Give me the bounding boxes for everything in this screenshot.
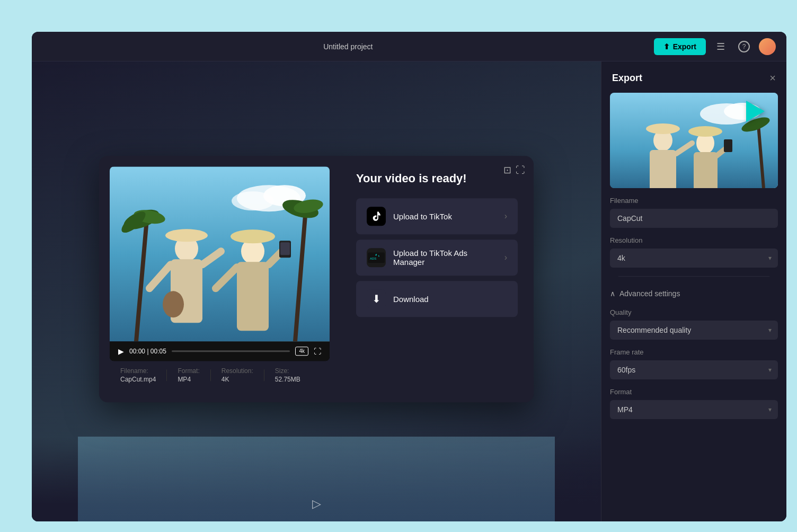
fullscreen-icon-button[interactable]: ⛶ bbox=[516, 164, 525, 176]
play-button[interactable]: ▶ bbox=[118, 347, 124, 356]
svg-point-18 bbox=[231, 229, 275, 243]
video-preview: ▶ 00:00 | 00:05 4k ⛶ bbox=[110, 166, 330, 361]
framerate-select-wrapper: 60fps 30fps 24fps ▾ bbox=[610, 360, 778, 379]
ready-title: Your video is ready! bbox=[356, 172, 518, 185]
cursor-arrow bbox=[746, 101, 765, 122]
meta-filename: Filename: CapCut.mp4 bbox=[120, 367, 156, 383]
tiktok-ads-icon: ADS bbox=[367, 248, 386, 267]
filename-label: Filename bbox=[610, 197, 778, 205]
editor-area: ▷ ⊡ ⛶ bbox=[32, 61, 601, 521]
quality-label: Quality bbox=[610, 308, 778, 316]
export-panel-title: Export bbox=[612, 73, 642, 84]
resolution-select[interactable]: 4k 2K 1080p 720p bbox=[610, 249, 778, 268]
app-title: Untitled project bbox=[42, 42, 654, 51]
framerate-label: Frame rate bbox=[610, 348, 778, 356]
chevron-up-icon: ∧ bbox=[610, 289, 615, 298]
fullscreen-icon: ⛶ bbox=[516, 165, 525, 175]
video-scene-svg bbox=[110, 166, 330, 341]
export-panel-header: Export × bbox=[601, 61, 786, 93]
download-button[interactable]: ⬇ Download bbox=[356, 281, 518, 317]
video-controls: ▶ 00:00 | 00:05 4k ⛶ bbox=[110, 341, 330, 361]
video-meta: Filename: CapCut.mp4 Format: MP4 Resolut… bbox=[110, 361, 330, 392]
svg-point-4 bbox=[232, 191, 274, 210]
meta-format: Format: MP4 bbox=[178, 367, 199, 383]
upload-tiktok-button[interactable]: Upload to TikTok › bbox=[356, 198, 518, 234]
user-avatar[interactable] bbox=[759, 38, 776, 55]
timeline-thumbnail: ▷ bbox=[32, 437, 601, 521]
main-content: ▷ ⊡ ⛶ bbox=[32, 61, 786, 521]
svg-text:ADS: ADS bbox=[370, 257, 376, 260]
upload-tiktok-ads-button[interactable]: ADS Upload to TikTok Ads Manager › bbox=[356, 240, 518, 276]
quality-badge: 4k bbox=[295, 347, 308, 356]
tiktok-arrow-icon: › bbox=[504, 211, 507, 221]
quality-select-wrapper: Recommended quality High quality Very hi… bbox=[610, 321, 778, 340]
export-panel: Export × bbox=[601, 61, 786, 521]
resolution-select-wrapper: 4k 2K 1080p 720p ▾ bbox=[610, 249, 778, 268]
export-upload-icon: ⬆ bbox=[663, 42, 670, 51]
modal-actions: Your video is ready! Upload to TikTok › bbox=[340, 156, 534, 402]
svg-point-33 bbox=[646, 123, 680, 134]
comment-icon: ⊡ bbox=[503, 165, 511, 175]
modal-header-icons: ⊡ ⛶ bbox=[503, 164, 525, 176]
app-window: Untitled project ⬆ Export ☰ ? bbox=[32, 32, 786, 521]
top-bar-actions: ⬆ Export ☰ ? bbox=[654, 38, 776, 55]
resolution-label: Resolution bbox=[610, 236, 778, 244]
download-icon: ⬇ bbox=[367, 289, 386, 308]
format-select[interactable]: MP4 MOV AVI GIF bbox=[610, 400, 778, 419]
export-close-button[interactable]: × bbox=[769, 72, 776, 84]
svg-rect-23 bbox=[280, 242, 290, 255]
framerate-select[interactable]: 60fps 30fps 24fps bbox=[610, 360, 778, 379]
advanced-settings-toggle[interactable]: ∧ Advanced settings bbox=[610, 285, 680, 302]
format-label: Format bbox=[610, 388, 778, 396]
help-icon: ? bbox=[738, 41, 750, 52]
layers-icon: ☰ bbox=[716, 41, 725, 52]
meta-size: Size: 52.75MB bbox=[275, 367, 300, 383]
filename-input[interactable] bbox=[610, 209, 778, 228]
progress-bar[interactable] bbox=[172, 350, 290, 352]
svg-rect-19 bbox=[237, 262, 269, 331]
format-select-wrapper: MP4 MOV AVI GIF ▾ bbox=[610, 400, 778, 419]
export-preview bbox=[610, 93, 778, 188]
svg-rect-40 bbox=[724, 139, 732, 152]
svg-point-13 bbox=[165, 229, 208, 242]
svg-point-24 bbox=[163, 291, 184, 317]
divider bbox=[618, 276, 769, 277]
top-bar: Untitled project ⬆ Export ☰ ? bbox=[32, 32, 786, 61]
svg-rect-34 bbox=[650, 150, 676, 188]
timeline-play-icon[interactable]: ▷ bbox=[312, 497, 321, 510]
comment-icon-button[interactable]: ⊡ bbox=[503, 164, 511, 176]
layers-icon-button[interactable]: ☰ bbox=[712, 38, 729, 55]
quality-select[interactable]: Recommended quality High quality Very hi… bbox=[610, 321, 778, 340]
svg-point-37 bbox=[688, 126, 722, 137]
video-fullscreen-button[interactable]: ⛶ bbox=[314, 347, 321, 356]
tiktok-icon bbox=[367, 207, 386, 226]
video-thumbnail bbox=[110, 166, 330, 341]
export-button[interactable]: ⬆ Export bbox=[654, 38, 706, 55]
video-ready-modal: ⊡ ⛶ bbox=[99, 156, 534, 402]
modal-body: ▶ 00:00 | 00:05 4k ⛶ bbox=[99, 156, 534, 402]
help-icon-button[interactable]: ? bbox=[736, 38, 752, 55]
meta-resolution: Resolution: 4K bbox=[222, 367, 253, 383]
export-form: Filename Resolution 4k 2K 1080p 720p ▾ ∧ bbox=[601, 197, 786, 428]
tiktok-ads-arrow-icon: › bbox=[504, 253, 507, 262]
